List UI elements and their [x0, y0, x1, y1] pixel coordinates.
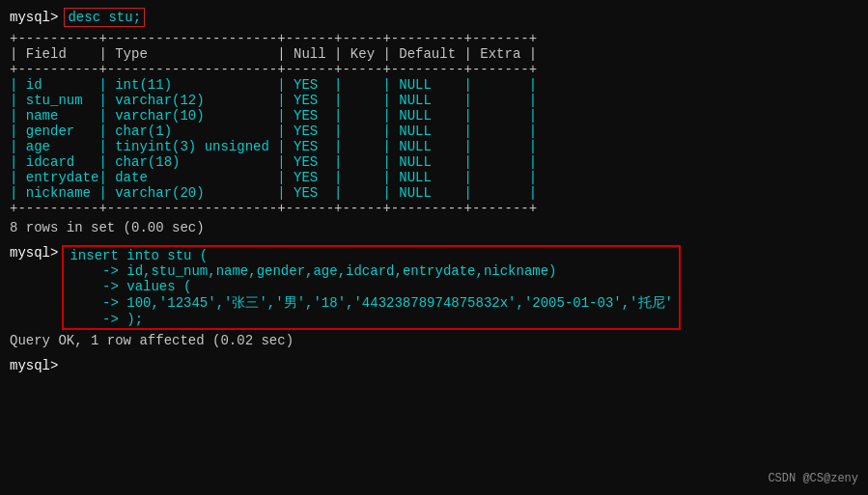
table-border-mid: +----------+---------------------+------… — [10, 62, 858, 77]
first-command-line: mysql> desc stu; — [10, 8, 858, 27]
table-row: | stu_num | varchar(12) | YES | | NULL |… — [10, 93, 858, 108]
table-rows: | id | int(11) | YES | | NULL | || stu_n… — [10, 77, 858, 201]
table-row: | id | int(11) | YES | | NULL | | — [10, 77, 858, 93]
insert-line: -> ); — [70, 312, 673, 327]
query-result: Query OK, 1 row affected (0.02 sec) — [10, 333, 858, 348]
table-row: | entrydate| date | YES | | NULL | | — [10, 170, 858, 185]
watermark: CSDN @CS@zeny — [768, 472, 858, 485]
insert-section: mysql> insert into stu ( -> id,stu_num,n… — [10, 245, 858, 330]
command1: desc stu; — [68, 10, 141, 25]
prompt3: mysql> — [10, 358, 58, 373]
prompt1: mysql> — [10, 10, 58, 25]
insert-line: -> id,stu_num,name,gender,age,idcard,ent… — [70, 263, 673, 279]
desc-table: +----------+---------------------+------… — [10, 31, 858, 216]
terminal: mysql> desc stu; +----------+-----------… — [0, 0, 868, 495]
table-row: | age | tinyint(3) unsigned | YES | | NU… — [10, 139, 858, 154]
table-border-top: +----------+---------------------+------… — [10, 31, 858, 46]
table-border-bot: +----------+---------------------+------… — [10, 201, 858, 216]
insert-line: -> values ( — [70, 279, 673, 294]
table-row: | name | varchar(10) | YES | | NULL | | — [10, 108, 858, 124]
table-row: | gender | char(1) | YES | | NULL | | — [10, 124, 858, 139]
final-prompt-line: mysql> — [10, 358, 858, 373]
table-row: | idcard | char(18) | YES | | NULL | | — [10, 154, 858, 170]
rows-result: 8 rows in set (0.00 sec) — [10, 220, 858, 235]
insert-line: -> 100,'12345','张三','男','18','4432387897… — [70, 294, 673, 312]
table-header: | Field | Type | Null | Key | Default | … — [10, 46, 858, 62]
insert-lines: insert into stu ( -> id,stu_num,name,gen… — [70, 248, 673, 327]
insert-line: insert into stu ( — [70, 248, 673, 263]
table-row: | nickname | varchar(20) | YES | | NULL … — [10, 185, 858, 201]
prompt2: mysql> — [10, 245, 58, 261]
